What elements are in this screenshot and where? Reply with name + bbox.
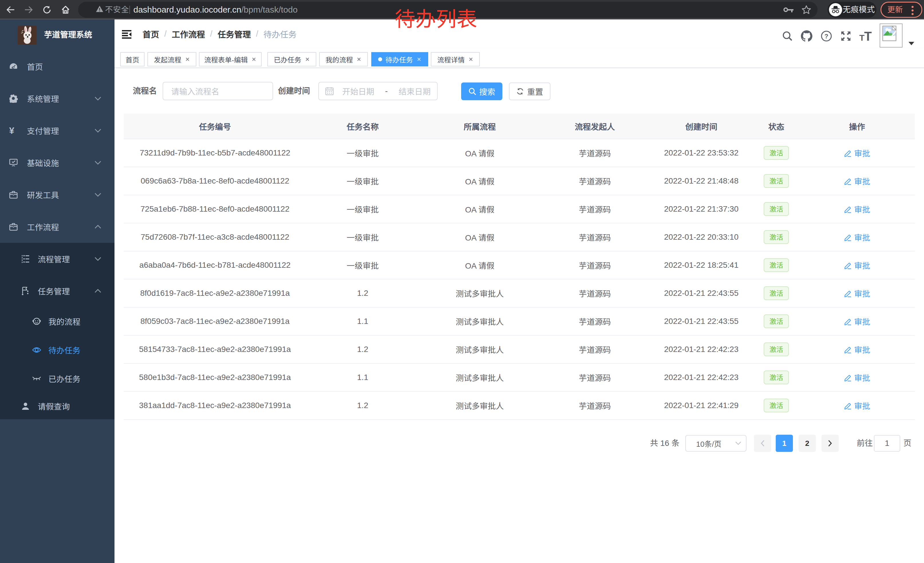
svg-text:T: T bbox=[864, 30, 872, 42]
svg-text:?: ? bbox=[824, 33, 828, 40]
svg-text:T: T bbox=[859, 33, 864, 42]
